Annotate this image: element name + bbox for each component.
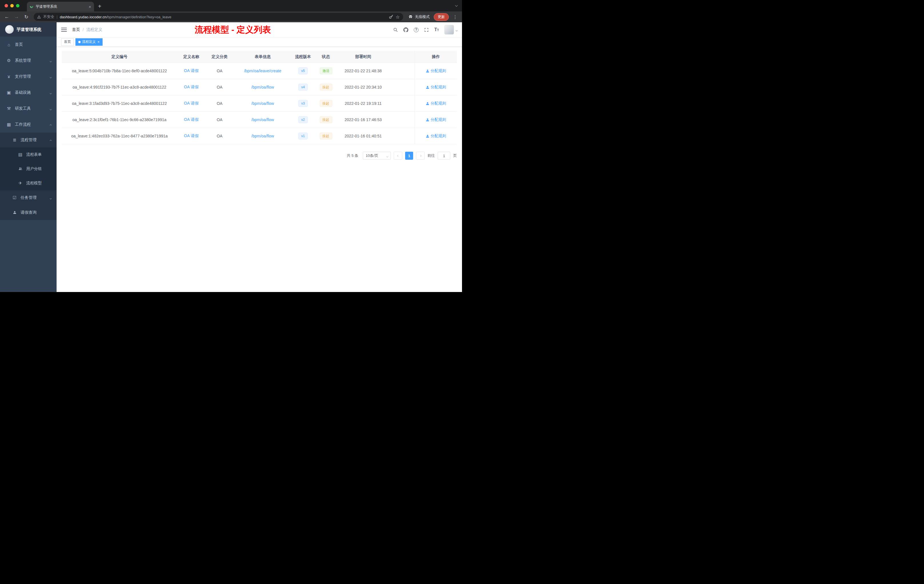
github-icon[interactable] <box>403 27 408 32</box>
person-icon <box>426 134 429 138</box>
chevron-down-icon <box>50 106 51 111</box>
sidebar-toggle-hamburger-icon[interactable] <box>61 28 67 32</box>
status-badge: 激活 <box>320 68 332 74</box>
next-page-button[interactable] <box>416 152 424 160</box>
breadcrumb-home[interactable]: 首页 <box>72 27 80 32</box>
definition-name-link[interactable]: OA 请假 <box>184 68 198 73</box>
assign-rule-button[interactable]: 分配规则 <box>426 84 446 90</box>
status-badge: 挂起 <box>320 84 332 91</box>
sidebar-item-process-management[interactable]: ≣ 流程管理 <box>0 133 56 147</box>
definition-name-link[interactable]: OA 请假 <box>184 134 198 139</box>
version-badge: v5 <box>298 68 308 74</box>
task-icon: ☑ <box>12 195 17 200</box>
tag-home[interactable]: 首页 <box>61 38 74 46</box>
password-key-icon[interactable] <box>389 15 393 19</box>
form-info-link[interactable]: /bpm/oa/flow <box>251 117 274 122</box>
definition-name-link[interactable]: OA 请假 <box>184 84 198 90</box>
version-badge: v4 <box>298 84 308 91</box>
window-close-button[interactable] <box>5 4 8 7</box>
sidebar-item-process-model[interactable]: ✈ 流程模型 <box>0 176 56 190</box>
tab-close-icon[interactable]: × <box>89 4 91 9</box>
sidebar-item-label: 流程管理 <box>21 137 46 143</box>
sidebar-item-label: 请假查询 <box>21 210 52 215</box>
gear-icon: ⚙ <box>6 58 12 63</box>
fullscreen-icon[interactable] <box>424 27 429 32</box>
search-icon[interactable] <box>393 27 398 32</box>
yen-icon: ¥ <box>6 74 12 79</box>
tab-title: 芋道管理系统 <box>36 4 86 9</box>
sidebar-item-process-form[interactable]: ▤ 流程表单 <box>0 147 56 162</box>
sidebar-item-user-group[interactable]: 用户分组 <box>0 162 56 176</box>
document-icon: ▤ <box>18 152 23 157</box>
person-icon <box>426 102 429 106</box>
back-button[interactable]: ← <box>3 14 10 20</box>
help-icon[interactable]: ? <box>414 27 419 32</box>
sidebar-item-workflow[interactable]: ▦ 工作流程 <box>0 117 56 133</box>
definition-name-link[interactable]: OA 请假 <box>184 101 198 106</box>
reload-button[interactable]: ↻ <box>23 14 30 20</box>
url-host: dashboard.yudao.iocoder.cn <box>60 15 106 19</box>
goto-page-input[interactable] <box>438 152 450 160</box>
assign-rule-button[interactable]: 分配规则 <box>426 117 446 122</box>
sidebar-item-label: 工作流程 <box>15 122 46 127</box>
definition-name-link[interactable]: OA 请假 <box>184 117 198 122</box>
bookmark-star-icon[interactable]: ☆ <box>396 14 400 20</box>
form-info-link[interactable]: /bpm/oa/flow <box>251 101 274 106</box>
definition-id: oa_leave:2:3c1f0ef1-76b1-11ec-9c66-a2380… <box>62 112 177 128</box>
sidebar-item-devtools[interactable]: ⚒ 研发工具 <box>0 101 56 117</box>
assign-rule-button[interactable]: 分配规则 <box>426 134 446 139</box>
form-info-link[interactable]: /bpm/oa/flow <box>251 134 274 138</box>
sidebar-item-payment[interactable]: ¥ 支付管理 <box>0 69 56 84</box>
definition-id: oa_leave:1:482ec033-762a-11ec-8477-a2380… <box>62 128 177 144</box>
user-avatar-menu[interactable] <box>444 25 457 35</box>
prev-page-button[interactable] <box>394 152 402 160</box>
definition-category: OA <box>205 63 234 79</box>
sidebar-item-infrastructure[interactable]: ▣ 基础设施 <box>0 84 56 101</box>
assign-rule-label: 分配规则 <box>431 101 446 106</box>
font-size-icon[interactable]: TT <box>434 27 439 32</box>
assign-rule-label: 分配规则 <box>431 84 446 90</box>
sidebar-item-system[interactable]: ⚙ 系统管理 <box>0 53 56 69</box>
page-size-select[interactable]: 10条/页 <box>363 152 391 160</box>
sidebar-item-task-management[interactable]: ☑ 任务管理 <box>0 190 56 205</box>
person-icon <box>12 210 17 215</box>
sidebar-item-label: 基础设施 <box>15 90 46 95</box>
assign-rule-button[interactable]: 分配规则 <box>426 68 446 73</box>
chevron-up-icon <box>50 138 51 142</box>
sidebar-item-leave-query[interactable]: 请假查询 <box>0 205 56 220</box>
browser-tab[interactable]: 芋道管理系统 × <box>27 2 94 12</box>
tag-process-definition[interactable]: 流程定义 × <box>76 38 102 46</box>
new-tab-button[interactable]: + <box>98 3 101 10</box>
browser-menu-kebab-icon[interactable]: ⋮ <box>452 14 459 20</box>
browser-window: 芋道管理系统 × + ← → ↻ 不安全 | dashboard.yudao.i… <box>0 0 462 292</box>
forward-button[interactable]: → <box>13 14 20 20</box>
url-text: dashboard.yudao.iocoder.cn/bpm/manager/d… <box>60 15 172 19</box>
active-tag-dot <box>78 41 81 43</box>
person-icon <box>426 86 429 89</box>
assign-rule-button[interactable]: 分配规则 <box>426 101 446 106</box>
tag-close-icon[interactable]: × <box>97 40 100 44</box>
chevron-down-icon <box>50 74 51 79</box>
tag-label: 首页 <box>64 40 71 44</box>
breadcrumb: 首页 / 流程定义 <box>72 27 102 32</box>
browser-update-button[interactable]: 更新 <box>434 13 449 21</box>
sidebar-item-home[interactable]: ⌂ 首页 <box>0 36 56 53</box>
form-info-link[interactable]: /bpm/oa/leave/create <box>244 69 281 73</box>
form-info-link[interactable]: /bpm/oa/flow <box>251 85 274 89</box>
current-page-button[interactable]: 1 <box>405 152 413 160</box>
pagination: 共 5 条 10条/页 1 前往 页 <box>62 152 457 160</box>
sidebar-logo: 芋道管理系统 <box>0 22 56 36</box>
tab-search-chevron-icon[interactable] <box>455 2 457 7</box>
security-warning-icon <box>37 15 41 19</box>
window-zoom-button[interactable] <box>16 4 20 7</box>
column-header: 状态 <box>314 51 337 63</box>
sidebar-item-label: 流程表单 <box>26 152 52 157</box>
version-badge: v2 <box>298 116 308 123</box>
definition-id: oa_leave:5:004b710b-7b8a-11ec-8ef0-acde4… <box>62 63 177 79</box>
macos-traffic-lights <box>0 4 23 12</box>
tools-icon: ⚒ <box>6 106 12 111</box>
window-minimize-button[interactable] <box>10 4 14 7</box>
address-bar[interactable]: 不安全 | dashboard.yudao.iocoder.cn/bpm/man… <box>34 13 403 21</box>
pagination-total: 共 5 条 <box>347 153 358 158</box>
version-badge: v3 <box>298 100 308 107</box>
